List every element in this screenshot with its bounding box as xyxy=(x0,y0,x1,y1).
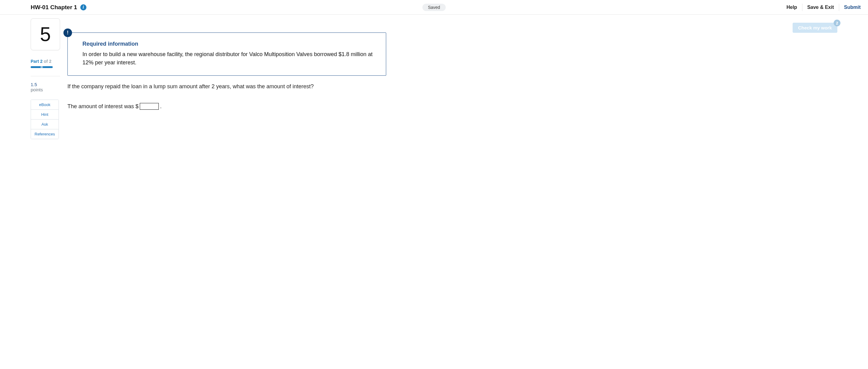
answer-prefix: The amount of interest was $ xyxy=(67,103,138,110)
side-buttons: eBook Hint Ask References xyxy=(31,100,59,139)
hint-button[interactable]: Hint xyxy=(31,110,59,120)
question-prompt: If the company repaid the loan in a lump… xyxy=(67,83,837,91)
left-column: 5 Part 2 of 2 1.5 points eBook Hint Ask … xyxy=(31,19,60,139)
saved-status: Saved xyxy=(422,4,446,11)
required-information-box: ! Required information In order to build… xyxy=(67,32,386,76)
save-exit-link[interactable]: Save & Exit xyxy=(802,4,839,11)
required-information-body: In order to build a new warehouse facili… xyxy=(83,50,377,67)
part-current: Part 2 xyxy=(31,59,42,64)
page-body: 5 Part 2 of 2 1.5 points eBook Hint Ask … xyxy=(0,15,868,151)
points-value: 1.5 xyxy=(31,82,60,87)
answer-suffix: . xyxy=(160,103,161,110)
part-label: Part 2 of 2 xyxy=(31,59,60,64)
main-column: Check my work 2 ! Required information I… xyxy=(67,19,837,110)
part-total: of 2 xyxy=(42,59,52,64)
references-button[interactable]: References xyxy=(31,129,59,139)
help-link[interactable]: Help xyxy=(781,4,802,11)
points-label: points xyxy=(31,87,60,92)
part-progress-bar xyxy=(31,66,53,68)
question-number-card: 5 xyxy=(31,19,60,50)
ask-button[interactable]: Ask xyxy=(31,120,59,129)
ebook-button[interactable]: eBook xyxy=(31,100,59,110)
answer-input[interactable] xyxy=(140,103,159,110)
check-my-work-label: Check my work xyxy=(798,25,832,30)
title-wrap: HW-01 Chapter 1 i xyxy=(31,4,87,11)
required-information-title: Required information xyxy=(83,41,377,47)
assignment-title: HW-01 Chapter 1 xyxy=(31,4,77,11)
top-actions: Help Save & Exit Submit xyxy=(781,4,861,11)
alert-icon: ! xyxy=(63,29,72,37)
answer-line: The amount of interest was $ . xyxy=(67,103,837,110)
top-bar: HW-01 Chapter 1 i Saved Help Save & Exit… xyxy=(0,0,868,15)
submit-link[interactable]: Submit xyxy=(839,4,861,11)
info-icon[interactable]: i xyxy=(80,4,87,10)
check-my-work-button[interactable]: Check my work 2 xyxy=(793,23,837,33)
check-my-work-badge: 2 xyxy=(834,20,840,26)
